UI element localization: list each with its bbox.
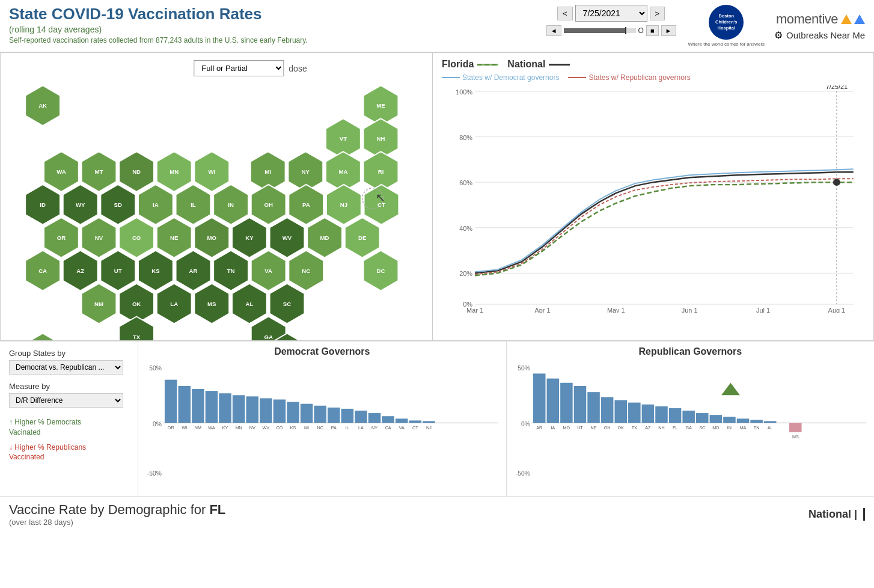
svg-rect-175 — [533, 373, 545, 423]
svg-rect-152 — [314, 406, 326, 423]
svg-rect-140 — [233, 395, 245, 423]
state-hi[interactable]: HI — [25, 333, 60, 340]
play-prev-button[interactable]: ◄ — [546, 25, 561, 36]
state-il[interactable]: IL — [176, 185, 211, 225]
state-ky[interactable]: KY — [232, 218, 267, 258]
svg-text:50%: 50% — [149, 365, 162, 372]
state-va[interactable]: VA — [251, 251, 286, 291]
state-mo[interactable]: MO — [194, 218, 229, 258]
svg-rect-144 — [260, 398, 272, 423]
state-id[interactable]: ID — [25, 185, 60, 225]
dem-chart: Democrat Governors 50% 0% -50% OR WI NM … — [138, 341, 507, 496]
timeline-bar — [564, 28, 636, 33]
state-az[interactable]: AZ — [63, 251, 98, 291]
svg-text:AR: AR — [189, 268, 198, 274]
svg-text:MS: MS — [792, 435, 798, 439]
dem-chart-title: Democrat Governors — [143, 346, 501, 357]
page-title: State COVID-19 Vaccination Rates — [9, 5, 534, 23]
higher-rep-arrow: ↓ — [9, 443, 13, 452]
state-sc[interactable]: SC — [270, 284, 305, 324]
bottom-section: Group States by Democrat vs. Republican … — [0, 341, 874, 496]
state-tn[interactable]: TN — [213, 251, 248, 291]
state-wi[interactable]: WI — [194, 152, 229, 192]
higher-dem-arrow: ↑ — [9, 418, 13, 426]
state-wy[interactable]: WY — [63, 185, 98, 225]
measure-select[interactable]: D/R Difference Absolute Rate — [9, 393, 123, 408]
state-nv[interactable]: NV — [82, 218, 117, 258]
svg-text:MA: MA — [739, 426, 746, 430]
svg-text:NH: NH — [377, 135, 385, 142]
play-stop-button[interactable]: ■ — [646, 25, 659, 36]
state-nc[interactable]: NC — [289, 251, 323, 291]
svg-marker-174 — [721, 383, 740, 396]
svg-text:NJ: NJ — [340, 201, 347, 208]
svg-rect-162 — [382, 416, 394, 423]
svg-text:MD: MD — [320, 234, 329, 241]
state-md[interactable]: MD — [307, 218, 342, 258]
svg-rect-203 — [723, 417, 736, 423]
state-ar[interactable]: AR — [176, 251, 211, 291]
state-al[interactable]: AL — [232, 284, 267, 324]
next-date-button[interactable]: > — [650, 7, 665, 20]
svg-rect-134 — [192, 389, 204, 423]
svg-text:MO: MO — [207, 234, 217, 241]
dose-select[interactable]: Full or Partial Full Partial — [194, 60, 284, 76]
state-wv[interactable]: WV — [270, 218, 305, 258]
svg-text:NE: NE — [170, 234, 179, 241]
svg-text:MO: MO — [563, 426, 570, 430]
title-area: State COVID-19 Vaccination Rates (rollin… — [9, 5, 534, 44]
virus-icon: ⚙ — [774, 29, 783, 41]
svg-text:TX: TX — [631, 426, 637, 430]
dose-label: dose — [289, 64, 307, 73]
svg-text:NE: NE — [590, 426, 596, 430]
date-select[interactable]: 7/25/2021 — [575, 5, 647, 22]
state-ia[interactable]: IA — [138, 185, 173, 225]
svg-rect-156 — [341, 409, 354, 423]
state-dc[interactable]: DC — [364, 251, 399, 291]
state-mt[interactable]: MT — [82, 152, 117, 192]
svg-rect-179 — [560, 383, 573, 423]
state-ks[interactable]: KS — [138, 251, 173, 291]
state-la[interactable]: LA — [157, 284, 192, 324]
svg-rect-197 — [682, 411, 695, 423]
prev-date-button[interactable]: < — [557, 7, 573, 20]
svg-text:7/25/21: 7/25/21 — [826, 85, 848, 90]
state-ms[interactable]: MS — [194, 284, 229, 324]
state-nj[interactable]: NJ — [326, 185, 361, 225]
play-next-button[interactable]: ► — [661, 25, 676, 36]
svg-text:DC: DC — [377, 268, 385, 274]
state-ne[interactable]: NE — [157, 218, 192, 258]
svg-text:MI: MI — [304, 426, 309, 430]
svg-text:WI: WI — [208, 168, 215, 175]
hex-map-svg: AK ME VT NH WA MT — [1, 74, 432, 340]
state-ak[interactable]: AK — [25, 85, 60, 126]
svg-rect-132 — [179, 386, 191, 423]
state-tx[interactable]: TX — [119, 317, 154, 340]
state-oh[interactable]: OH — [251, 185, 286, 225]
svg-text:VA: VA — [264, 268, 272, 274]
svg-rect-209 — [763, 421, 776, 423]
state-co[interactable]: CO — [119, 218, 154, 258]
state-mn[interactable]: MN — [157, 152, 192, 192]
national-legend: National — [507, 59, 570, 70]
svg-text:OK: OK — [132, 301, 141, 307]
svg-text:GA: GA — [264, 334, 272, 340]
state-sd[interactable]: SD — [100, 185, 135, 225]
state-in[interactable]: IN — [213, 185, 248, 225]
state-nm[interactable]: NM — [82, 284, 117, 324]
svg-text:RI: RI — [378, 168, 384, 175]
svg-rect-185 — [600, 397, 613, 423]
logos: BostonChildren'sHospital Where the world… — [688, 5, 866, 47]
state-ut[interactable]: UT — [100, 251, 135, 291]
state-de[interactable]: DE — [345, 218, 380, 258]
group-select[interactable]: Democrat vs. Republican ... Region None — [9, 360, 123, 375]
svg-point-125 — [833, 179, 840, 186]
state-or[interactable]: OR — [44, 218, 79, 258]
svg-rect-191 — [641, 405, 654, 423]
svg-text:FL: FL — [672, 426, 677, 430]
svg-text:DE: DE — [358, 234, 367, 241]
state-pa[interactable]: PA — [289, 185, 323, 225]
state-ca[interactable]: CA — [25, 251, 60, 291]
state-wa[interactable]: WA — [44, 152, 79, 192]
state-nd[interactable]: ND — [119, 152, 154, 192]
